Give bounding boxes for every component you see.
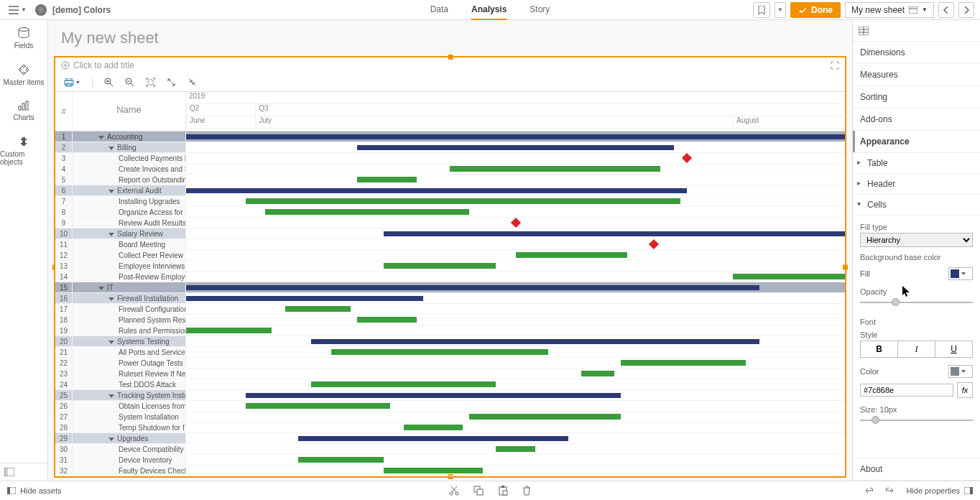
- sidebar-master-items[interactable]: Master items: [0, 57, 47, 93]
- main-menu-button[interactable]: ▼: [6, 4, 29, 16]
- italic-button[interactable]: I: [898, 341, 935, 357]
- gantt-bar[interactable]: [384, 231, 845, 236]
- hide-assets-button[interactable]: Hide assets: [7, 486, 61, 495]
- gantt-row[interactable]: 17Firewall Configuration: [55, 304, 845, 315]
- zoom-in-button[interactable]: [101, 76, 116, 88]
- gantt-row[interactable]: 18Planned System Restart: [55, 315, 845, 325]
- tab-story[interactable]: Story: [530, 0, 550, 20]
- gantt-row[interactable]: 25Tracking System Installation: [55, 390, 845, 401]
- sidebar-toggle[interactable]: [0, 463, 47, 481]
- gantt-bar[interactable]: [311, 381, 496, 387]
- fill-type-select[interactable]: Hierarchy: [860, 233, 973, 247]
- gantt-bar[interactable]: [298, 436, 568, 441]
- gantt-row[interactable]: 23Ruleset Review If Needed: [55, 369, 845, 379]
- panel-about[interactable]: About: [853, 458, 980, 481]
- gantt-bar[interactable]: [186, 285, 759, 290]
- gantt-row[interactable]: 20Systems Testing: [55, 336, 845, 347]
- gantt-row[interactable]: 28Temp Shutdown for IT Audit: [55, 422, 845, 433]
- done-button[interactable]: Done: [790, 2, 841, 18]
- gantt-bar[interactable]: [621, 360, 746, 366]
- milestone-diamond[interactable]: [510, 218, 520, 228]
- panel-cells[interactable]: Cells: [853, 195, 980, 216]
- gantt-row[interactable]: 10Salary Review: [55, 228, 845, 239]
- gantt-bar[interactable]: [246, 403, 391, 409]
- gantt-bar[interactable]: [265, 209, 469, 215]
- panel-measures[interactable]: Measures: [853, 64, 980, 86]
- gantt-row[interactable]: 29Upgrades: [55, 433, 845, 444]
- gantt-bar[interactable]: [384, 263, 496, 269]
- gantt-bar[interactable]: [516, 252, 628, 258]
- bookmark-button[interactable]: [753, 2, 770, 18]
- panel-dimensions[interactable]: Dimensions: [853, 42, 980, 64]
- gantt-row[interactable]: 3Collected Payments Review: [55, 153, 845, 164]
- gantt-row[interactable]: 4Create Invoices and Send Data: [55, 164, 845, 175]
- fx-button[interactable]: fx: [957, 382, 973, 398]
- delete-button[interactable]: [522, 486, 531, 496]
- bold-button[interactable]: B: [861, 341, 898, 357]
- prev-sheet-button[interactable]: [938, 2, 954, 18]
- sheet-title[interactable]: My new sheet: [48, 20, 852, 56]
- copy-button[interactable]: [473, 486, 484, 496]
- cut-button[interactable]: [449, 486, 459, 496]
- redo-button[interactable]: [884, 486, 896, 495]
- gantt-row[interactable]: 13Employee Interviews: [55, 261, 845, 272]
- gantt-row[interactable]: 6External Audit: [55, 185, 845, 196]
- gantt-row[interactable]: 31Device Inventory: [55, 455, 845, 466]
- gantt-row[interactable]: 15IT: [55, 282, 845, 293]
- gantt-row[interactable]: 7Installing Upgrades: [55, 196, 845, 207]
- panel-sorting[interactable]: Sorting: [853, 86, 980, 108]
- gantt-bar[interactable]: [186, 296, 423, 301]
- gantt-bar[interactable]: [384, 468, 483, 473]
- gantt-row[interactable]: 14Post-Review Employee Interviews: [55, 272, 845, 282]
- expand-icon[interactable]: [831, 61, 839, 70]
- size-slider[interactable]: [860, 415, 973, 425]
- panel-header[interactable]: Header: [853, 174, 980, 195]
- panel-appearance[interactable]: Appearance: [853, 131, 980, 153]
- color-swatch[interactable]: [948, 365, 973, 378]
- opacity-slider[interactable]: [860, 297, 973, 307]
- print-button[interactable]: ▼: [61, 77, 83, 88]
- gantt-bar[interactable]: [331, 349, 549, 355]
- gantt-bar[interactable]: [186, 188, 687, 193]
- gantt-bar[interactable]: [311, 339, 759, 344]
- milestone-diamond[interactable]: [649, 239, 659, 249]
- gantt-bar[interactable]: [469, 414, 621, 420]
- gantt-bar[interactable]: [285, 306, 351, 312]
- bookmark-dropdown[interactable]: ▼: [775, 2, 786, 18]
- gantt-bar[interactable]: [450, 166, 660, 172]
- gantt-row[interactable]: 19Rules and Permissions Audit: [55, 325, 845, 336]
- gantt-bar[interactable]: [404, 425, 463, 430]
- panel-table[interactable]: Table: [853, 153, 980, 174]
- gantt-bar[interactable]: [357, 317, 417, 323]
- gantt-row[interactable]: 27System Installation: [55, 412, 845, 422]
- gantt-bar[interactable]: [246, 198, 680, 204]
- color-value-input[interactable]: [860, 384, 953, 397]
- milestone-diamond[interactable]: [682, 153, 692, 163]
- gantt-bar[interactable]: [357, 177, 417, 182]
- next-sheet-button[interactable]: [958, 2, 974, 18]
- gantt-bar[interactable]: [186, 134, 845, 139]
- fit-button[interactable]: [143, 76, 158, 88]
- gantt-row[interactable]: 22Power Outage Tests: [55, 358, 845, 369]
- gantt-row[interactable]: 32Faulty Devices Check: [55, 466, 845, 476]
- gantt-row[interactable]: 5Report on Outstanding Collections: [55, 175, 845, 185]
- visualization-object[interactable]: Click to add title ▼: [54, 56, 846, 478]
- gantt-bar[interactable]: [186, 328, 272, 333]
- tab-data[interactable]: Data: [430, 0, 448, 20]
- undo-button[interactable]: [863, 486, 874, 495]
- gantt-bar[interactable]: [581, 371, 614, 376]
- gantt-row[interactable]: 8Organize Access for External Auditors: [55, 207, 845, 218]
- zoom-out-button[interactable]: [122, 76, 137, 88]
- table-icon[interactable]: [859, 27, 869, 35]
- sidebar-custom-objects[interactable]: Custom objects: [0, 129, 47, 173]
- gantt-row[interactable]: 2Billing: [55, 142, 845, 153]
- sheet-selector[interactable]: My new sheet ▼: [845, 2, 934, 18]
- gantt-bar[interactable]: [357, 145, 673, 150]
- fill-color-swatch[interactable]: [948, 267, 973, 280]
- panel-addons[interactable]: Add-ons: [853, 108, 980, 131]
- gantt-row[interactable]: 16Firewall Installation: [55, 293, 845, 304]
- collapse-toggle-button[interactable]: [185, 76, 200, 88]
- gantt-row[interactable]: 30Device Compatibility Review: [55, 444, 845, 455]
- paste-button[interactable]: [498, 486, 508, 496]
- object-title-placeholder[interactable]: Click to add title: [61, 60, 134, 70]
